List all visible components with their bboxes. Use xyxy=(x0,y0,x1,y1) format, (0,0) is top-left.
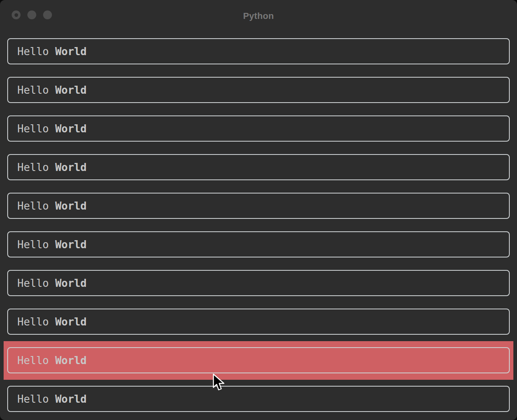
hello-text: Hello xyxy=(17,123,49,135)
close-button-dot xyxy=(14,13,18,17)
hello-world-box[interactable]: Hello World xyxy=(7,309,510,335)
hello-world-box[interactable]: Hello World xyxy=(7,115,510,142)
row-list: Hello World Hello World Hello World Hell… xyxy=(0,32,517,418)
world-text: World xyxy=(55,316,87,328)
hello-text: Hello xyxy=(17,316,49,328)
list-item[interactable]: Hello World xyxy=(4,264,513,303)
close-button[interactable] xyxy=(12,10,21,19)
world-text: World xyxy=(55,239,87,251)
list-item[interactable]: Hello World xyxy=(4,341,513,380)
world-text: World xyxy=(55,45,87,58)
list-item[interactable]: Hello World xyxy=(4,225,513,264)
hello-world-box[interactable]: Hello World xyxy=(7,231,510,257)
list-item[interactable]: Hello World xyxy=(4,148,513,187)
world-text: World xyxy=(55,354,87,366)
list-item[interactable]: Hello World xyxy=(4,380,513,418)
hello-text: Hello xyxy=(17,393,49,405)
hello-world-box[interactable]: Hello World xyxy=(7,386,510,412)
list-item[interactable]: Hello World xyxy=(4,71,513,109)
app-window: Python Hello World Hello World Hello Wor… xyxy=(0,0,517,420)
hello-text: Hello xyxy=(17,161,49,173)
traffic-lights xyxy=(12,10,52,19)
world-text: World xyxy=(55,277,87,289)
hello-world-box[interactable]: Hello World xyxy=(7,77,510,103)
hello-world-box[interactable]: Hello World xyxy=(7,347,510,373)
hello-world-box[interactable]: Hello World xyxy=(7,270,510,296)
world-text: World xyxy=(55,161,87,173)
hello-text: Hello xyxy=(17,354,49,366)
world-text: World xyxy=(55,84,87,96)
zoom-button[interactable] xyxy=(43,10,52,19)
hello-world-box[interactable]: Hello World xyxy=(7,154,510,180)
hello-text: Hello xyxy=(17,239,49,251)
list-item[interactable]: Hello World xyxy=(4,32,513,71)
hello-text: Hello xyxy=(17,45,49,58)
list-item[interactable]: Hello World xyxy=(4,187,513,225)
window-title: Python xyxy=(243,11,274,21)
hello-text: Hello xyxy=(17,200,49,212)
hello-world-box[interactable]: Hello World xyxy=(7,38,510,64)
hello-world-box[interactable]: Hello World xyxy=(7,193,510,219)
list-item[interactable]: Hello World xyxy=(4,303,513,341)
hello-text: Hello xyxy=(17,84,49,96)
list-item[interactable]: Hello World xyxy=(4,109,513,148)
world-text: World xyxy=(55,393,87,405)
world-text: World xyxy=(55,123,87,135)
world-text: World xyxy=(55,200,87,212)
minimize-button[interactable] xyxy=(27,10,36,19)
hello-text: Hello xyxy=(17,277,49,289)
title-bar: Python xyxy=(0,0,517,32)
